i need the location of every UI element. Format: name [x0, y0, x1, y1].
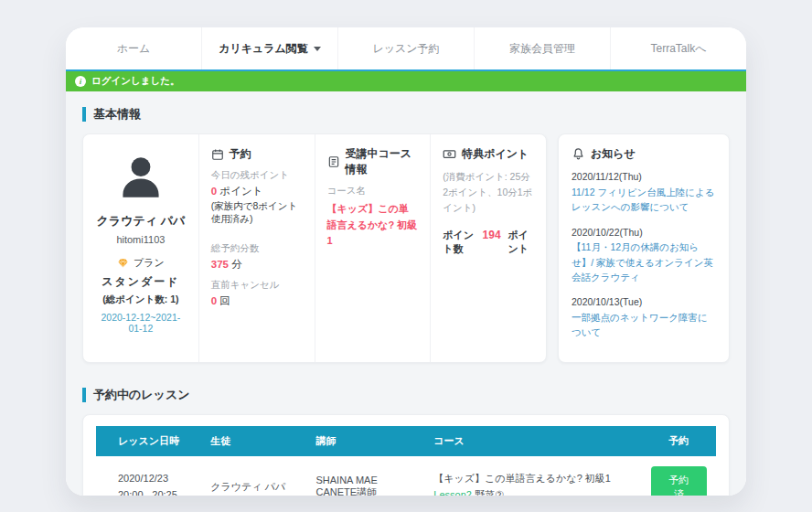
lesson-teacher-cell: SHAINA MAE CANETE講師 [307, 456, 425, 496]
lesson-course-title: 【キッズ】この単語言えるかな? 初級1 [433, 471, 632, 487]
basic-info-heading: 基本情報 [82, 107, 730, 122]
reserved-status-button[interactable]: 予約済 [651, 466, 707, 496]
notice-date: 2020/11/12(Thu) [572, 169, 716, 185]
bonus-points-label: ポイント数 [443, 229, 475, 256]
chevron-down-icon [314, 47, 321, 51]
page-content: 基本情報 クラウティ パパ hitomi1103 [66, 91, 746, 496]
bonus-points-title: 特典ポイント [462, 146, 529, 162]
notice-link[interactable]: 11/12 フィリピン台風上陸によるレッスンへの影響について [572, 185, 716, 215]
notices-header: お知らせ [572, 146, 716, 162]
today-points-label: 今日の残ポイント [211, 169, 303, 182]
today-points-value: 0 [211, 186, 217, 197]
nav-home-label: ホーム [117, 41, 151, 57]
today-points-note: (家族内で8ポイント使用済み) [211, 200, 303, 226]
profile-column: クラウティ パパ hitomi1103 プラン スタンダード (総ポイント数: … [83, 134, 199, 361]
notice-item[interactable]: 2020/10/13(Tue) 一部拠点のネットワーク障害について [572, 294, 716, 339]
login-success-message: ログインしました。 [91, 75, 179, 88]
basic-info-row: クラウティ パパ hitomi1103 プラン スタンダード (総ポイント数: … [82, 133, 730, 362]
nav-family-management-label: 家族会員管理 [509, 41, 575, 57]
login-success-banner: ログインしました。 [66, 71, 746, 91]
notices-title: お知らせ [591, 146, 636, 162]
nav-terratalk-label: TerraTalkへ [651, 41, 707, 57]
cancel-value-line: 0 回 [211, 294, 303, 308]
point-ticket-icon [443, 147, 456, 161]
lessons-table: レッスン日時 生徒 講師 コース 予約 2020/12/23 20:00 - 2… [96, 426, 716, 496]
lesson-student-cell: クラウティ パパ [201, 456, 306, 496]
col-header-course: コース [424, 426, 641, 456]
bonus-points-value: 194 [483, 229, 501, 241]
spacer [211, 226, 303, 235]
notice-date: 2020/10/13(Tue) [572, 294, 716, 310]
current-course-header: 受講中コース情報 [327, 146, 419, 177]
document-icon [327, 155, 340, 168]
plan-line: プラン [95, 256, 187, 270]
col-header-student: 生徒 [201, 426, 306, 456]
lesson-status-cell: 予約済 [642, 456, 716, 496]
bonus-points-header: 特典ポイント [443, 146, 534, 162]
notices-card: お知らせ 2020/11/12(Thu) 11/12 フィリピン台風上陸によるレ… [558, 133, 730, 362]
bonus-points-column: 特典ポイント (消費ポイント: 25分2ポイント、10分1ポイント) ポイント数… [431, 134, 546, 361]
bell-icon [572, 147, 585, 161]
main-window: ホーム カリキュラム閲覧 レッスン予約 家族会員管理 TerraTalkへ ログ… [66, 27, 746, 496]
reservation-header: 予約 [211, 146, 303, 162]
current-course-title: 受講中コース情報 [346, 146, 419, 177]
total-minutes-label: 総予約分数 [211, 242, 303, 255]
cancel-unit: 回 [219, 295, 230, 306]
table-header-row: レッスン日時 生徒 講師 コース 予約 [96, 426, 716, 456]
current-course-column: 受講中コース情報 コース名 【キッズ】この単語言えるかな? 初級1 [315, 134, 432, 361]
lesson-course-cell: 【キッズ】この単語言えるかな? 初級1 Lesson2 野菜② [424, 456, 641, 496]
course-name: 【キッズ】この単語言えるかな? 初級1 [327, 201, 419, 250]
col-header-datetime: レッスン日時 [96, 426, 201, 456]
lessons-table-card: レッスン日時 生徒 講師 コース 予約 2020/12/23 20:00 - 2… [82, 414, 730, 496]
info-icon [75, 76, 86, 87]
col-header-teacher: 講師 [307, 426, 425, 456]
nav-item-terratalk[interactable]: TerraTalkへ [610, 27, 746, 69]
notice-item[interactable]: 2020/10/22(Thu) 【11月・12月の休講のお知らせ】/ 家族で使え… [572, 225, 716, 285]
profile-name: クラウティ パパ [95, 213, 187, 229]
nav-item-lesson-booking[interactable]: レッスン予約 [337, 27, 474, 69]
col-header-reservation: 予約 [642, 426, 716, 456]
bonus-points-note: (消費ポイント: 25分2ポイント、10分1ポイント) [443, 169, 534, 215]
cancel-label: 直前キャンセル [211, 279, 303, 292]
today-points-value-line: 0 ポイント [211, 185, 303, 198]
lesson-course-sub: Lesson2 野菜② [433, 487, 632, 496]
plan-label: プラン [134, 256, 165, 270]
course-name-label: コース名 [327, 185, 419, 197]
lesson-course-lesson: Lesson2 [433, 489, 472, 496]
top-nav: ホーム カリキュラム閲覧 レッスン予約 家族会員管理 TerraTalkへ [66, 27, 746, 71]
today-points-unit: ポイント [219, 186, 262, 197]
nav-item-home[interactable]: ホーム [66, 27, 201, 69]
lesson-datetime-cell: 2020/12/23 20:00 - 20:25 [96, 456, 201, 496]
lesson-date: 2020/12/23 [118, 471, 192, 487]
reserved-lessons-section: 予約中のレッスン レッスン日時 生徒 講師 コース 予約 [82, 388, 730, 496]
profile-username: hitomi1103 [95, 234, 187, 245]
nav-curriculum-label: カリキュラム閲覧 [219, 41, 308, 57]
lesson-time: 20:00 - 20:25 [118, 487, 192, 496]
plan-period: 2020-12-12~2021-01-12 [95, 312, 187, 334]
nav-item-curriculum[interactable]: カリキュラム閲覧 [201, 27, 337, 69]
reservation-column: 予約 今日の残ポイント 0 ポイント (家族内で8ポイント使用済み) 総予約分数… [199, 134, 315, 361]
notice-link[interactable]: 一部拠点のネットワーク障害について [572, 310, 716, 340]
bonus-points-line: ポイント数 194 ポイント [443, 229, 534, 256]
total-minutes-value-line: 375 分 [211, 258, 303, 272]
table-row: 2020/12/23 20:00 - 20:25 クラウティ パパ SHAINA… [96, 456, 716, 496]
notice-link[interactable]: 【11月・12月の休講のお知らせ】/ 家族で使えるオンライン英会話クラウティ [572, 240, 716, 284]
reservation-title: 予約 [230, 146, 251, 162]
user-avatar-icon [114, 151, 167, 208]
basic-info-card: クラウティ パパ hitomi1103 プラン スタンダード (総ポイント数: … [82, 133, 547, 362]
gem-icon [117, 257, 129, 269]
plan-name: スタンダード [95, 274, 187, 290]
total-minutes-value: 375 [211, 259, 229, 270]
total-minutes-unit: 分 [231, 259, 242, 270]
plan-total-points: (総ポイント数: 1) [95, 293, 187, 306]
nav-item-family-management[interactable]: 家族会員管理 [474, 27, 610, 69]
bonus-points-unit: ポイント [508, 229, 534, 256]
calendar-icon [211, 148, 224, 161]
nav-lesson-booking-label: レッスン予約 [372, 41, 439, 57]
reserved-lessons-heading: 予約中のレッスン [82, 388, 730, 402]
notice-item[interactable]: 2020/11/12(Thu) 11/12 フィリピン台風上陸によるレッスンへの… [572, 169, 716, 214]
lesson-course-topic: 野菜② [475, 489, 504, 496]
notice-date: 2020/10/22(Thu) [572, 225, 716, 240]
cancel-value: 0 [211, 295, 217, 306]
